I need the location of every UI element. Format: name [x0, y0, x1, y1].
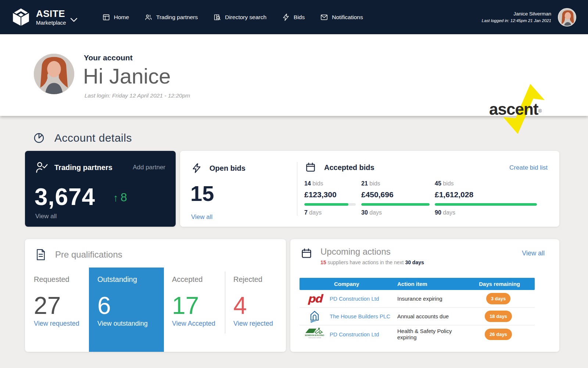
nav-item-label: Bids: [294, 14, 305, 21]
nav-item-label: Trading partners: [156, 14, 198, 21]
view-requested-link[interactable]: View requested: [34, 320, 96, 328]
upcoming-actions-card: Upcoming actions 15 suppliers have actio…: [290, 239, 559, 352]
ascent-reg-mark: ®: [538, 108, 541, 114]
trading-partners-view-all-link[interactable]: View all: [35, 213, 57, 220]
chevron-down-icon: [71, 18, 77, 22]
bids-card: Open bids 15 View all Accepted bids Crea…: [180, 151, 559, 227]
view-rejected-link[interactable]: View rejected: [233, 320, 286, 328]
lightning-icon: [282, 13, 290, 21]
brand-menu[interactable]: ASITE Marketplace: [11, 7, 77, 27]
pre-qualifications-card: Pre qualifications Requested 27 View req…: [25, 239, 286, 352]
nav-avatar[interactable]: [558, 8, 576, 26]
nav-item-home[interactable]: Home: [102, 13, 129, 21]
view-outstanding-link[interactable]: View outstanding: [97, 320, 160, 328]
add-partner-button[interactable]: Add partner: [133, 164, 165, 171]
person-check-icon: [35, 161, 49, 174]
progress-fill: [435, 203, 537, 206]
calendar-icon: [301, 247, 312, 260]
stat-value: 17: [172, 291, 234, 320]
nav-item-label: Directory search: [225, 14, 266, 21]
ascent-logo-text: ascent®: [489, 100, 541, 118]
bucket-amount: £1,612,028: [435, 190, 537, 199]
house-icon: [309, 310, 320, 323]
view-accepted-link[interactable]: View Accepted: [172, 320, 234, 328]
nav-item-notifications[interactable]: Notifications: [320, 13, 363, 21]
action-item: Health & Safety Policy expiring: [396, 328, 462, 340]
column-header-days-remaining: Days remaining: [462, 281, 535, 287]
nav-user-last-login: Last logged in: 12:45pm 21 Jan 2021: [482, 18, 551, 24]
create-bid-list-link[interactable]: Create bid list: [509, 164, 548, 171]
bucket-bids-count: 14 bids: [304, 180, 356, 187]
stat-label: Rejected: [233, 275, 286, 284]
cube-logo-icon: [11, 7, 31, 27]
home-icon: [102, 13, 110, 21]
table-row: BOWDON BUILDING Contractors Limited PD C…: [300, 325, 535, 343]
hero-greeting: Hi Janice: [83, 64, 171, 88]
table-row: pd PD Construction Ltd Insurance expirin…: [300, 290, 535, 308]
nav-item-label: Notifications: [332, 14, 363, 21]
table-header-row: Company Action item Days remaining: [300, 278, 535, 290]
bucket-days: 90 days: [435, 209, 537, 216]
svg-text:Contractors Limited: Contractors Limited: [308, 337, 321, 339]
days-remaining-badge: 3 days: [486, 293, 510, 304]
company-link[interactable]: PD Construction Ltd: [330, 296, 396, 302]
open-bids-header: Open bids: [191, 163, 245, 174]
bucket-days: 30 days: [361, 209, 430, 216]
divider: [297, 162, 297, 216]
stat-value: 27: [34, 291, 96, 320]
stat-label: Accepted: [172, 275, 234, 284]
trading-partners-title: Trading partners: [54, 163, 112, 172]
accepted-bids-title: Accepted bids: [324, 163, 374, 172]
company-link[interactable]: PD Construction Ltd: [330, 331, 396, 337]
hero-eyebrow: Your account: [84, 53, 133, 62]
upcoming-actions-header: Upcoming actions 15 suppliers have actio…: [301, 247, 424, 265]
bucket-bids-count: 45 bids: [435, 180, 537, 187]
nav-item-bids[interactable]: Bids: [282, 13, 305, 21]
open-bids-count: 15: [190, 181, 214, 206]
directory-search-icon: [213, 13, 221, 21]
upcoming-actions-subtitle: 15 suppliers have actions in the next 30…: [320, 259, 424, 265]
trading-partners-count: 3,674: [35, 183, 95, 210]
nav-user-info: Janice Silverman Last logged in: 12:45pm…: [482, 10, 551, 24]
stat-accepted: Accepted 17 View Accepted: [172, 275, 234, 328]
hero-section: Your account Hi Janice Last login: Frida…: [0, 34, 588, 116]
progress-fill: [304, 203, 348, 206]
stat-value: 6: [97, 291, 160, 320]
brand-text: ASITE Marketplace: [36, 9, 66, 25]
stat-rejected: Rejected 4 View rejected: [233, 275, 286, 328]
nav-items: Home Trading partners Directory search B…: [102, 13, 363, 21]
calendar-icon: [305, 162, 316, 173]
ascent-logo: ascent®: [487, 83, 564, 135]
upcoming-actions-view-all-link[interactable]: View all: [522, 250, 545, 257]
lightning-icon: [191, 163, 202, 174]
progress-bar: [435, 203, 537, 206]
bucket-bids-count: 21 bids: [361, 180, 430, 187]
stat-label: Requested: [34, 275, 96, 284]
avatar-image: [559, 9, 576, 26]
nav-item-label: Home: [114, 14, 129, 21]
pie-chart-icon: [33, 132, 45, 144]
progress-fill: [361, 203, 430, 206]
bucket-amount: £123,300: [304, 190, 356, 199]
stat-requested: Requested 27 View requested: [34, 275, 96, 328]
up-arrow-icon: ↑: [113, 192, 118, 204]
roof-icon: BOWDON BUILDING Contractors Limited: [304, 326, 325, 342]
nav-item-directory-search[interactable]: Directory search: [213, 13, 266, 21]
column-header-action-item: Action item: [396, 281, 462, 287]
progress-bar: [304, 203, 356, 206]
accepted-bids-bucket-7-days: 14 bids £123,300 7 days: [304, 180, 356, 216]
open-bids-view-all-link[interactable]: View all: [191, 213, 212, 221]
pre-qualifications-title: Pre qualifications: [55, 250, 122, 260]
nav-user-name: Janice Silverman: [482, 10, 551, 18]
accepted-bids-bucket-30-days: 21 bids £450,696 30 days: [361, 180, 430, 216]
open-bids-title: Open bids: [209, 164, 245, 173]
table-row: The House Builders PLC Annual accounts d…: [300, 308, 535, 325]
stat-outstanding: Outstanding 6 View outstanding: [97, 275, 160, 328]
document-icon: [35, 248, 46, 261]
hero-last-login: Last login: Friday 12 April 2021 - 12:20…: [85, 92, 190, 99]
upcoming-actions-titles: Upcoming actions 15 suppliers have actio…: [320, 247, 424, 265]
company-link[interactable]: The House Builders PLC: [330, 313, 396, 319]
nav-item-trading-partners[interactable]: Trading partners: [144, 13, 198, 21]
dashboard-page: ASITE Marketplace Home Trading partners: [0, 0, 588, 368]
bucket-amount: £450,696: [361, 190, 430, 199]
